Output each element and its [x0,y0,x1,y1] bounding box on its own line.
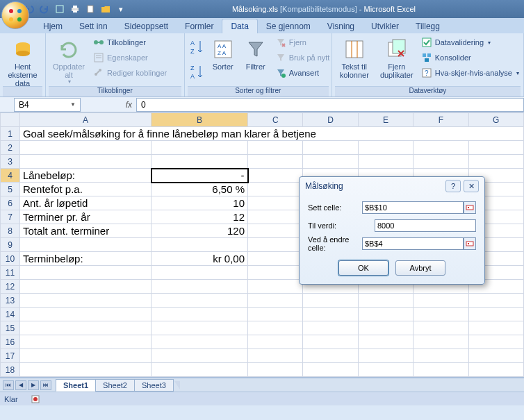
cell-E14[interactable] [358,308,413,321]
ribbon-tab-formler[interactable]: Formler [177,19,222,33]
row-header-13[interactable]: 13 [1,294,20,308]
cell-C4[interactable] [248,169,303,183]
cell-C13[interactable] [248,294,303,308]
cell-A17[interactable] [19,349,151,363]
sheet-tab-sheet3[interactable]: Sheet3 [134,379,174,392]
cell-D13[interactable] [303,294,358,308]
text-to-columns-button[interactable]: Tekst til kolonner [335,35,374,85]
cell-B14[interactable] [152,308,248,321]
cell-B8[interactable]: 120 [152,224,248,238]
cell-C17[interactable] [248,349,303,363]
ribbon-tab-tillegg[interactable]: Tillegg [407,19,448,33]
cell-G13[interactable] [468,294,523,308]
row-header-1[interactable]: 1 [1,127,20,141]
remove-duplicates-button[interactable]: Fjern duplikater [377,35,417,85]
cell-G15[interactable] [468,321,523,335]
get-external-data-button[interactable]: Hent eksterne data▾ [3,35,42,85]
cell-E15[interactable] [358,321,413,335]
cell-C12[interactable] [248,280,303,294]
cell-F14[interactable] [414,308,468,321]
col-header-A[interactable]: A [19,113,151,127]
name-box[interactable]: B4 ▼ [14,98,81,112]
cancel-button[interactable]: Avbryt [395,260,445,276]
col-header-C[interactable]: C [248,113,303,127]
dialog-close-icon[interactable]: ✕ [464,180,479,192]
edit-links-button[interactable]: Rediger koblinger [92,65,168,81]
cell-C15[interactable] [248,321,303,335]
by-changing-input[interactable] [362,237,464,250]
row-header-16[interactable]: 16 [1,335,20,349]
namebox-dropdown-icon[interactable]: ▼ [70,101,76,108]
cell-E13[interactable] [358,294,413,308]
qat-dropdown-icon[interactable]: ▾ [115,3,126,15]
cell-C9[interactable] [248,238,303,252]
cell-D15[interactable] [303,321,358,335]
cell-B16[interactable] [152,335,248,349]
cell-A18[interactable] [19,363,151,377]
cell-C16[interactable] [248,335,303,349]
ribbon-tab-utvikler[interactable]: Utvikler [363,19,407,33]
cell-A2[interactable] [19,141,151,155]
cell-A6[interactable]: Ant. år løpetid [19,196,151,210]
cell-A11[interactable] [19,266,151,280]
col-header-G[interactable]: G [468,113,523,127]
cell-A16[interactable] [19,335,151,349]
sheet-nav-last-icon[interactable]: ⏭ [40,380,51,390]
cell-B3[interactable] [152,155,248,169]
sheet-tab-sheet1[interactable]: Sheet1 [56,379,96,392]
set-cell-input[interactable] [362,201,464,214]
properties-button[interactable]: Egenskaper [92,50,168,65]
ribbon-tab-hjem[interactable]: Hjem [35,19,71,33]
cell-A12[interactable] [19,280,151,294]
cell-B2[interactable] [152,141,248,155]
cell-F16[interactable] [414,335,468,349]
cell-A14[interactable] [19,308,151,321]
row-header-12[interactable]: 12 [1,280,20,294]
cell-E18[interactable] [358,363,413,377]
set-cell-refpicker-icon[interactable] [464,201,476,214]
macro-record-icon[interactable] [31,394,40,404]
cell-C8[interactable] [248,224,303,238]
qat-new-icon[interactable] [85,3,96,15]
row-header-6[interactable]: 6 [1,196,20,210]
cell-G18[interactable] [468,363,523,377]
connections-button[interactable]: Tilkoblinger [92,35,168,50]
formula-input[interactable]: 0 [136,98,524,112]
cell-D16[interactable] [303,335,358,349]
cell-C6[interactable] [248,196,303,210]
cell-B7[interactable]: 12 [152,210,248,224]
cell-B15[interactable] [152,321,248,335]
cell-A1[interactable]: Goal seek/målsøking for å finne lånebelø… [19,127,523,141]
cell-B4[interactable]: - [152,169,248,183]
cell-G17[interactable] [468,349,523,363]
row-header-17[interactable]: 17 [1,349,20,363]
cell-B11[interactable] [152,266,248,280]
cell-D17[interactable] [303,349,358,363]
cell-D3[interactable] [303,155,358,169]
filter-button[interactable]: Filtrer [240,35,271,85]
cell-C5[interactable] [248,183,303,196]
dialog-titlebar[interactable]: Målsøking ? ✕ [300,177,484,195]
cell-G14[interactable] [468,308,523,321]
sheet-nav-first-icon[interactable]: ⏮ [3,380,14,390]
cell-C10[interactable] [248,252,303,266]
data-validation-button[interactable]: Datavalidering▾ [420,35,521,50]
cell-F2[interactable] [414,141,468,155]
row-header-5[interactable]: 5 [1,183,20,196]
qat-icon-4[interactable] [54,3,65,15]
cell-G16[interactable] [468,335,523,349]
cell-E17[interactable] [358,349,413,363]
qat-open-icon[interactable] [100,3,111,15]
fx-icon[interactable]: fx [126,100,132,110]
row-header-9[interactable]: 9 [1,238,20,252]
cell-B9[interactable] [152,238,248,252]
reapply-button[interactable]: Bruk på nytt [274,50,331,65]
dialog-help-icon[interactable]: ? [445,180,461,192]
cell-D18[interactable] [303,363,358,377]
cell-D2[interactable] [303,141,358,155]
sheet-nav-next-icon[interactable]: ▶ [28,380,39,390]
row-header-18[interactable]: 18 [1,363,20,377]
ribbon-tab-se-gjennom[interactable]: Se gjennom [258,19,319,33]
cell-B5[interactable]: 6,50 % [152,183,248,196]
cell-F15[interactable] [414,321,468,335]
